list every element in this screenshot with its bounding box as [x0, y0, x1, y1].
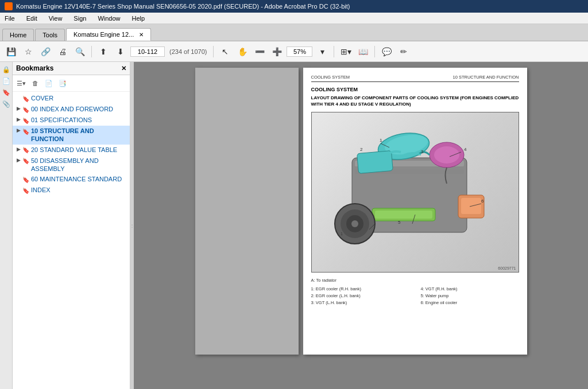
- lock-icon-btn[interactable]: 🔒: [1, 64, 11, 75]
- pdf-page-header: COOLING SYSTEM 10 STRUCTURE AND FUNCTION: [311, 75, 519, 82]
- tab-document[interactable]: Komatsu Engine 12... ✕: [66, 28, 151, 41]
- bookmark-label-index: 00 INDEX AND FOREWORD: [31, 105, 127, 113]
- bookmark-icon-index: 🔖: [22, 106, 30, 114]
- toolbar: 💾 ☆ 🔗 🖨 🔍 ⬆ ⬇ (234 of 1070) ↖ ✋ ➖ ➕ ▾ ⊞▾…: [0, 41, 588, 62]
- pdf-header-left: COOLING SYSTEM: [311, 75, 350, 80]
- bookmark-icon-maintenance: 🔖: [22, 176, 30, 184]
- bookmark-icon-specs: 🔖: [22, 116, 30, 125]
- markup-button[interactable]: ✏: [396, 44, 411, 59]
- legend-header: A: To radiator: [311, 277, 519, 284]
- bm-options-button[interactable]: ☰▾: [15, 77, 28, 90]
- title-bar: Komatsu Engine 12V140E-7 Series Shop Man…: [0, 0, 588, 13]
- print-button[interactable]: 🖨: [55, 44, 70, 59]
- expand-specs-icon[interactable]: ▶: [15, 116, 22, 123]
- tab-home[interactable]: Home: [2, 29, 34, 41]
- zoom-in-button[interactable]: ➕: [269, 44, 284, 59]
- menu-window[interactable]: Window: [95, 14, 122, 22]
- legend-col-2: 4: VGT (R.H. bank) 5: Water pump 6: Engi…: [421, 286, 519, 306]
- comment-button[interactable]: 💬: [379, 44, 394, 59]
- upload-button[interactable]: 🔗: [38, 44, 53, 59]
- legend-item-3: 3: VGT (L.H. bank): [311, 299, 409, 306]
- bookmark-standard[interactable]: ▶ 🔖 20 STANDARD VALUE TABLE: [13, 145, 130, 155]
- bookmark-label-maintenance: 60 MAINTENANCE STANDARD: [31, 175, 127, 183]
- pdf-page-area: COOLING SYSTEM 10 STRUCTURE AND FUNCTION…: [134, 62, 588, 389]
- cursor-tool-button[interactable]: ↖: [218, 44, 233, 59]
- svg-text:4: 4: [464, 147, 467, 152]
- menu-help[interactable]: Help: [130, 14, 148, 22]
- bookmarks-close-icon[interactable]: ✕: [121, 65, 126, 72]
- bookmark-maintenance[interactable]: 🔖 60 MAINTENANCE STANDARD: [13, 174, 130, 185]
- read-mode-button[interactable]: 📖: [355, 44, 370, 59]
- expand-disassembly-icon[interactable]: ▶: [15, 157, 22, 164]
- bookmark-structure[interactable]: ▶ 🔖 10 STRUCTURE AND FUNCTION: [13, 126, 130, 145]
- menu-sign[interactable]: Sign: [71, 14, 88, 22]
- bm-expand-button[interactable]: 📑: [56, 77, 69, 90]
- legend-item-2: 2: EGR cooler (L.H. bank): [311, 293, 409, 299]
- pdf-page-left: [195, 68, 299, 355]
- bookmark-label-standard: 20 STANDARD VALUE TABLE: [31, 146, 127, 154]
- acrobat-icon: [5, 2, 13, 10]
- bookmark-icon-standard: 🔖: [22, 146, 30, 154]
- hand-tool-button[interactable]: ✋: [235, 44, 250, 59]
- bookmark-index[interactable]: ▶ 🔖 00 INDEX AND FOREWORD: [13, 104, 130, 115]
- bookmarks-icon-btn[interactable]: 🔖: [1, 87, 11, 98]
- bm-new-button[interactable]: 📄: [42, 77, 55, 90]
- search-button[interactable]: 🔍: [72, 44, 87, 59]
- bookmark-index-end[interactable]: 🔖 INDEX: [13, 185, 130, 196]
- expand-standard-icon[interactable]: ▶: [15, 146, 22, 153]
- legend-item-5: 5: Water pump: [421, 293, 519, 299]
- menu-view[interactable]: View: [47, 14, 65, 22]
- zoom-out-button[interactable]: ➖: [252, 44, 267, 59]
- bookmark-label-disassembly: 50 DISASSEMBLY AND ASSEMBLY: [31, 157, 127, 173]
- legend-rows: 1: EGR cooler (R.H. bank) 2: EGR cooler …: [311, 286, 519, 306]
- next-page-button[interactable]: ⬇: [113, 44, 128, 59]
- legend-item-6: 6: Engine oil cooler: [421, 299, 519, 306]
- save-button[interactable]: 💾: [3, 44, 18, 59]
- svg-text:3: 3: [421, 149, 424, 154]
- pages-icon-btn[interactable]: 📄: [1, 76, 11, 86]
- expand-index-icon[interactable]: ▶: [15, 106, 22, 112]
- engine-svg: 1 2 3 4 5 6 1: [323, 123, 507, 261]
- left-panel-icons: 🔒 📄 🔖 📎: [0, 62, 13, 389]
- expand-structure-icon[interactable]: ▶: [15, 127, 22, 134]
- pdf-image-placeholder: 1 2 3 4 5 6 1: [312, 112, 519, 272]
- zoom-input[interactable]: [287, 46, 312, 57]
- menu-file[interactable]: File: [2, 14, 17, 22]
- tab-bar: Home Tools Komatsu Engine 12... ✕: [0, 24, 588, 41]
- page-count: (234 of 1070): [167, 48, 209, 55]
- menu-edit[interactable]: Edit: [24, 14, 40, 22]
- bookmark-disassembly[interactable]: ▶ 🔖 50 DISASSEMBLY AND ASSEMBLY: [13, 155, 130, 174]
- pdf-legend: A: To radiator 1: EGR cooler (R.H. bank)…: [311, 277, 519, 306]
- legend-item-4: 4: VGT (R.H. bank): [421, 286, 519, 293]
- tab-close-icon[interactable]: ✕: [139, 32, 144, 38]
- bm-delete-button[interactable]: 🗑: [29, 77, 41, 90]
- toolbar-sep-2: [213, 46, 214, 57]
- expand-index-end-icon: [15, 186, 22, 193]
- pdf-viewer: COOLING SYSTEM 10 STRUCTURE AND FUNCTION…: [134, 62, 588, 389]
- svg-point-15: [351, 220, 358, 227]
- bookmark-add-button[interactable]: ☆: [21, 44, 36, 59]
- bookmark-cover[interactable]: 🔖 COVER: [13, 93, 130, 104]
- pdf-header-right: 10 STRUCTURE AND FUNCTION: [452, 75, 519, 80]
- bookmark-specs[interactable]: ▶ 🔖 01 SPECIFICATIONS: [13, 115, 130, 126]
- bookmark-icon-index-end: 🔖: [22, 186, 30, 194]
- main-content: 🔒 📄 🔖 📎 Bookmarks ✕ ☰▾ 🗑 📄 📑 🔖 COVER ▶: [0, 62, 588, 389]
- toolbar-sep-3: [334, 46, 334, 57]
- tab-tools[interactable]: Tools: [35, 29, 65, 41]
- pdf-page-right: COOLING SYSTEM 10 STRUCTURE AND FUNCTION…: [303, 68, 527, 355]
- svg-point-7: [434, 146, 459, 164]
- bookmark-icon-cover: 🔖: [22, 95, 30, 103]
- svg-text:5: 5: [398, 220, 401, 225]
- page-number-input[interactable]: [130, 46, 165, 57]
- bookmarks-panel: Bookmarks ✕ ☰▾ 🗑 📄 📑 🔖 COVER ▶ 🔖 00 INDE…: [13, 62, 130, 389]
- image-ref: 60029771: [498, 266, 516, 270]
- toolbar-sep-4: [374, 46, 375, 57]
- view-options-button[interactable]: ⊞▾: [338, 44, 353, 59]
- legend-item-1: 1: EGR cooler (R.H. bank): [311, 286, 409, 293]
- attachments-icon-btn[interactable]: 📎: [1, 99, 11, 109]
- prev-page-button[interactable]: ⬆: [96, 44, 111, 59]
- bookmark-label-structure: 10 STRUCTURE AND FUNCTION: [31, 127, 127, 143]
- pdf-section-title: COOLING SYSTEM: [311, 87, 519, 92]
- svg-text:1: 1: [380, 138, 382, 143]
- zoom-dropdown-button[interactable]: ▾: [315, 44, 330, 59]
